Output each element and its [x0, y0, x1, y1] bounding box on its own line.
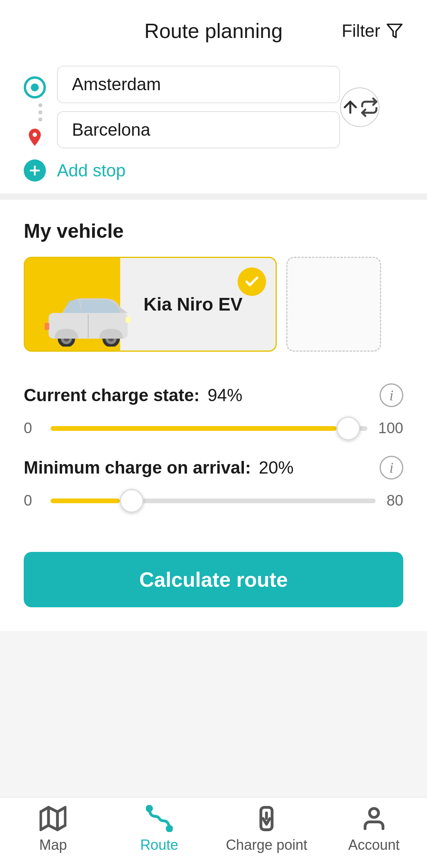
map-nav-icon	[39, 804, 67, 833]
minimum-charge-row: Minimum charge on arrival: 20% i	[24, 456, 403, 479]
vehicle-selected-check	[238, 267, 266, 296]
minimum-charge-slider-container: 0 80	[24, 492, 403, 509]
swap-arrows-icon	[360, 97, 379, 118]
charge-point-icon	[253, 805, 280, 832]
svg-point-19	[167, 826, 172, 831]
minimum-charge-slider[interactable]	[51, 498, 376, 503]
minimum-charge-value: 20%	[259, 458, 294, 478]
current-charge-value: 94%	[208, 385, 242, 405]
add-stop-button[interactable]	[24, 159, 46, 182]
route-nav-label: Route	[140, 837, 178, 853]
nav-item-account[interactable]: Account	[334, 804, 414, 853]
svg-rect-14	[45, 323, 49, 330]
vehicle-image	[37, 283, 140, 347]
plus-icon	[28, 163, 42, 178]
calculate-route-button[interactable]: Calculate route	[24, 552, 403, 607]
svg-rect-13	[126, 317, 130, 323]
location-pin-icon	[25, 127, 45, 148]
section-divider	[0, 193, 427, 200]
vehicle-card-kia[interactable]: Kia Niro EV	[24, 257, 277, 352]
filter-icon	[386, 22, 403, 40]
current-charge-row: Current charge state: 94% i	[24, 383, 403, 407]
account-nav-label: Account	[348, 837, 400, 853]
filter-label: Filter	[342, 21, 380, 41]
account-icon	[361, 805, 387, 832]
svg-point-18	[147, 806, 151, 811]
destination-input[interactable]	[57, 111, 340, 149]
route-nav-icon	[145, 804, 174, 833]
origin-dot	[24, 76, 46, 99]
svg-marker-0	[387, 25, 402, 38]
vehicle-name-label: Kia Niro EV	[144, 294, 243, 315]
nav-item-map[interactable]: Map	[13, 804, 93, 853]
bottom-nav: Map Route Charge point	[0, 797, 427, 868]
charge-section: Current charge state: 94% i 0 100 Minimu…	[0, 368, 427, 544]
checkmark-icon	[244, 274, 260, 290]
current-charge-slider-container: 0 100	[24, 420, 403, 437]
current-charge-max: 100	[378, 420, 403, 437]
svg-marker-15	[41, 807, 65, 830]
route-icon	[146, 805, 173, 832]
route-connector	[28, 103, 42, 121]
map-icon	[40, 805, 66, 832]
svg-point-22	[369, 809, 378, 818]
vehicle-card-placeholder[interactable]	[286, 257, 381, 352]
current-charge-slider[interactable]	[51, 426, 367, 431]
header: Route planning Filter	[0, 0, 427, 54]
vehicle-section-title: My vehicle	[24, 220, 403, 243]
route-inputs-section: Add stop	[0, 54, 427, 193]
minimum-charge-info-button[interactable]: i	[380, 456, 403, 479]
vehicle-section: My vehicle	[0, 200, 427, 368]
swap-icon	[341, 97, 360, 118]
origin-input[interactable]	[57, 66, 340, 103]
swap-button[interactable]	[340, 87, 380, 127]
minimum-charge-max: 80	[387, 492, 403, 509]
add-stop-row: Add stop	[24, 159, 403, 182]
current-charge-info-button[interactable]: i	[380, 383, 403, 407]
content-spacer	[0, 631, 427, 797]
current-charge-min: 0	[24, 420, 40, 437]
filter-button[interactable]: Filter	[342, 21, 403, 41]
map-nav-label: Map	[39, 837, 67, 853]
nav-item-charge-point[interactable]: Charge point	[226, 804, 307, 853]
add-stop-label[interactable]: Add stop	[57, 161, 126, 180]
page-title: Route planning	[144, 19, 283, 43]
vehicle-cards-list: Kia Niro EV	[24, 257, 403, 352]
minimum-charge-label: Minimum charge on arrival:	[24, 458, 251, 478]
nav-item-route[interactable]: Route	[120, 804, 199, 853]
minimum-charge-min: 0	[24, 492, 40, 509]
destination-dot	[24, 126, 46, 148]
charge-point-nav-label: Charge point	[226, 837, 307, 853]
account-nav-icon	[360, 804, 388, 833]
current-charge-label: Current charge state:	[24, 385, 200, 405]
charge-point-nav-icon	[252, 804, 281, 833]
